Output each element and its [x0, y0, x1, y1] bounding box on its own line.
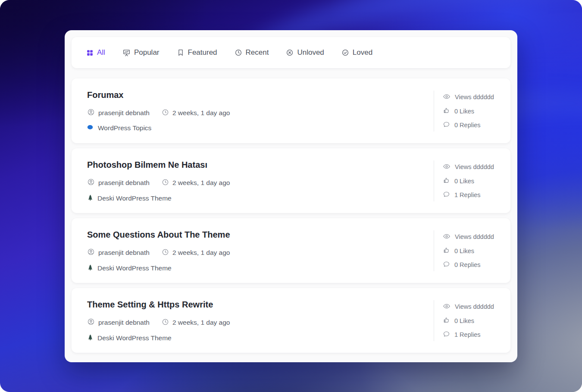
tab-recent[interactable]: Recent: [235, 48, 269, 57]
filter-tabbar: All Popular Featured Recent: [72, 37, 510, 68]
likes-stat: 0 Likes: [443, 177, 510, 185]
replies-stat: 1 Replies: [443, 330, 510, 339]
views-text: Views dddddd: [455, 163, 494, 170]
topic-category[interactable]: Deski WordPress Theme: [87, 194, 230, 203]
likes-text: 0 Likes: [454, 108, 474, 115]
replies-stat: 1 Replies: [443, 191, 510, 199]
views-stat: Views dddddd: [443, 93, 510, 102]
category-name: Deski WordPress Theme: [97, 194, 172, 202]
topic-meta-row: prasenjit debnath 2 weeks, 1 day ago: [87, 108, 230, 118]
replies-stat: 0 Replies: [443, 121, 510, 129]
posted-time-text: 2 weeks, 1 day ago: [172, 249, 230, 257]
user-avatar-icon: [87, 108, 95, 118]
views-stat: Views dddddd: [443, 232, 510, 241]
topic-category[interactable]: WordPress Topics: [87, 124, 230, 132]
thumbs-up-icon: [443, 317, 450, 325]
topic-title-link[interactable]: Theme Setting & Https Rewrite: [87, 300, 230, 310]
tab-featured[interactable]: Featured: [177, 48, 217, 57]
chat-bubble-icon: [443, 121, 450, 129]
user-avatar-icon: [87, 178, 95, 188]
category-name: Deski WordPress Theme: [97, 334, 172, 342]
eye-icon: [443, 232, 451, 241]
topic-author[interactable]: prasenjit debnath: [87, 178, 150, 188]
topic-card-content: Theme Setting & Https Rewrite prasenjit …: [72, 288, 230, 353]
topic-stats: Views dddddd 0 Likes 0 Replies: [434, 91, 510, 132]
circle-check-icon: [341, 49, 349, 56]
author-name: prasenjit debnath: [98, 179, 150, 187]
topic-author[interactable]: prasenjit debnath: [87, 248, 150, 257]
thumbs-up-icon: [443, 107, 450, 116]
grid-icon: [86, 49, 94, 56]
chat-bubble-icon: [443, 260, 450, 269]
topic-card[interactable]: Some Questions About The Theme prasenjit…: [72, 218, 510, 283]
posted-time-text: 2 weeks, 1 day ago: [172, 179, 230, 187]
tab-label: Recent: [246, 48, 269, 57]
topic-card-content: Forumax prasenjit debnath 2 weeks, 1 day…: [72, 78, 230, 143]
presentation-chart-icon: [122, 49, 131, 57]
user-avatar-icon: [87, 248, 95, 257]
eye-icon: [443, 163, 451, 172]
views-text: Views dddddd: [455, 233, 494, 240]
tab-popular[interactable]: Popular: [122, 48, 160, 57]
replies-text: 1 Replies: [454, 331, 480, 338]
topic-posted-time: 2 weeks, 1 day ago: [162, 109, 230, 118]
category-name: Deski WordPress Theme: [97, 264, 172, 272]
topic-author[interactable]: prasenjit debnath: [87, 318, 150, 327]
replies-stat: 0 Replies: [443, 260, 510, 269]
category-name: WordPress Topics: [98, 124, 151, 132]
thumbs-up-icon: [443, 177, 450, 185]
topic-author[interactable]: prasenjit debnath: [87, 108, 150, 118]
topic-card[interactable]: Forumax prasenjit debnath 2 weeks, 1 day…: [72, 78, 510, 143]
topic-card[interactable]: Theme Setting & Https Rewrite prasenjit …: [72, 288, 510, 353]
deski-theme-icon: [87, 334, 94, 342]
posted-time-text: 2 weeks, 1 day ago: [172, 109, 230, 117]
topic-stats: Views dddddd 0 Likes 1 Replies: [434, 160, 510, 201]
author-name: prasenjit debnath: [98, 249, 150, 257]
views-text: Views dddddd: [455, 303, 494, 310]
likes-stat: 0 Likes: [443, 317, 510, 325]
desktop-wallpaper: All Popular Featured Recent: [0, 0, 582, 392]
topic-category[interactable]: Deski WordPress Theme: [87, 334, 230, 342]
deski-theme-icon: [87, 194, 94, 203]
clock-icon: [162, 179, 169, 188]
topic-meta-row: prasenjit debnath 2 weeks, 1 day ago: [87, 178, 230, 188]
clock-icon: [162, 318, 169, 327]
replies-text: 1 Replies: [454, 191, 480, 198]
topic-meta-row: prasenjit debnath 2 weeks, 1 day ago: [87, 318, 230, 327]
likes-text: 0 Likes: [454, 248, 474, 254]
topic-category[interactable]: Deski WordPress Theme: [87, 264, 230, 273]
eye-icon: [443, 302, 451, 311]
replies-text: 0 Replies: [454, 122, 480, 129]
tab-all[interactable]: All: [86, 48, 105, 57]
tab-label: Popular: [134, 48, 160, 57]
thumbs-up-icon: [443, 247, 450, 255]
likes-stat: 0 Likes: [443, 247, 510, 255]
forum-topics-panel: All Popular Featured Recent: [65, 30, 517, 362]
user-avatar-icon: [87, 318, 95, 327]
topic-card[interactable]: Photoshop Bilmem Ne Hatası prasenjit deb…: [72, 148, 510, 213]
views-stat: Views dddddd: [443, 163, 510, 172]
likes-stat: 0 Likes: [443, 107, 510, 116]
posted-time-text: 2 weeks, 1 day ago: [172, 319, 230, 326]
chat-bubble-icon: [443, 330, 450, 339]
tab-label: Unloved: [297, 48, 324, 57]
author-name: prasenjit debnath: [98, 319, 150, 326]
topic-stats: Views dddddd 0 Likes 1 Replies: [434, 300, 510, 341]
topic-title-link[interactable]: Some Questions About The Theme: [87, 230, 230, 240]
tab-unloved[interactable]: Unloved: [286, 48, 324, 57]
topic-posted-time: 2 weeks, 1 day ago: [162, 318, 230, 327]
likes-text: 0 Likes: [454, 317, 474, 324]
bookmark-icon: [177, 49, 185, 56]
tab-label: All: [97, 48, 105, 57]
topic-card-content: Photoshop Bilmem Ne Hatası prasenjit deb…: [72, 148, 230, 213]
circle-x-icon: [286, 49, 294, 56]
topic-title-link[interactable]: Photoshop Bilmem Ne Hatası: [87, 160, 230, 170]
tab-loved[interactable]: Loved: [341, 48, 372, 57]
chat-bubble-icon: [443, 191, 450, 199]
topic-card-content: Some Questions About The Theme prasenjit…: [72, 218, 230, 283]
tab-label: Loved: [353, 48, 372, 57]
replies-text: 0 Replies: [454, 261, 480, 268]
likes-text: 0 Likes: [454, 178, 474, 185]
topic-title-link[interactable]: Forumax: [87, 90, 230, 100]
views-stat: Views dddddd: [443, 302, 510, 311]
